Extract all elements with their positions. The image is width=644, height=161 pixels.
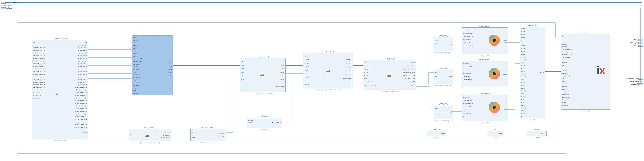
dc-left-pin-2: in_Eq_ref	[364, 68, 369, 70]
ixai-left-pin-5: S_AXIS_FPGA2CPU_03	[33, 55, 45, 57]
ixai-right-pin-11: M_AXIS_ADC_10	[78, 71, 87, 72]
ixai-left-pin-8: S_AXIS_FPGA2CPU_06	[33, 63, 45, 65]
adc-right-pin-5: Vg_c	[169, 74, 172, 76]
adc-left-pin-20: ep_clk	[134, 90, 136, 92]
concat-left-pin-13: In13[0:0]	[522, 65, 526, 66]
block-sysgen_pwm_2[interactable]: sysgen_pwm_2sysgen_pwmclock_clk_enclock_…	[462, 95, 508, 121]
ext-in-label-2: gpi[15:0]	[6, 7, 12, 9]
ixai-right-pin-32: M_AXIS_CPU2FPGA_15	[75, 126, 87, 128]
dc-left-pin-0: in_Ed_ref	[364, 62, 369, 64]
vgs-right-pin-5: out_freq	[280, 79, 284, 80]
block-concat-pwm[interactable]: concat_pwm Concat In0[0:0]In1[0:0]In2[0:…	[520, 27, 545, 118]
vgs-left-pin-0: in_kp_f	[241, 61, 244, 63]
concat-left-pin-28: In28[0:0]	[522, 107, 526, 109]
adc-left-pin-8: adc_gains_0_1_2	[134, 58, 142, 60]
block-c_shift_ram_0[interactable]: c_shift_ram_0RAM-based Shift RegisterD[1…	[434, 37, 453, 51]
block-zero[interactable]: zero Constant dout[0:0]	[487, 131, 504, 136]
axis-bc-in0: S_AXIS	[192, 131, 196, 133]
ixip-left-pin-15: user_iw_id[15:0]	[562, 75, 570, 77]
dc-left-pin-7: in_CLOCK_period[15:0]	[364, 84, 376, 86]
ext-out-pad-3[interactable]	[638, 78, 643, 80]
adc-right-pin-4: Vg_b	[169, 72, 172, 73]
vdq-right-pin-3: out_Eq_ref_axi	[344, 70, 352, 72]
vdq-right-pin-5: ep_local_deadlock	[343, 78, 352, 80]
block-vitis-grid-sync[interactable]: vitis_grid_sync_0 Vitis_grid_sync (Pre-P…	[240, 58, 286, 92]
ixip-left-pin-7: CLOCK_1_timer[15:0]	[562, 54, 572, 56]
ix-axis-interface-subtitle: ix_axis_interface_v1_0	[32, 139, 88, 141]
ixip-left-pin-10: CLOCK_3	[562, 62, 567, 64]
ixai-right-pin-34: nReset_ctrl	[82, 132, 87, 133]
vgs-right-pin-1: out_Igq	[281, 65, 284, 66]
vdq-left-pin-4: in_wTs	[304, 69, 308, 71]
vdq-left-pin-1: in_Iq_ref	[304, 59, 308, 60]
ext-out-pad-0[interactable]	[638, 39, 643, 41]
concat-left-pin-29: In29[0:0]	[522, 110, 526, 112]
concat-left-pin-9: In9[0:0]	[522, 54, 525, 55]
vdq-icon	[325, 69, 330, 73]
concat-left-pin-19: In19[0:0]	[522, 82, 526, 83]
ext-out-pad-4[interactable]	[638, 81, 643, 82]
block-sysgen_pwm_1[interactable]: sysgen_pwm_1sysgen_pwmclock_clk_enclock_…	[462, 61, 508, 87]
ixip-left-pin-11: SBO	[562, 65, 564, 66]
adc-right-pin-1: Ig_b	[170, 63, 172, 65]
ixip-left-pin-23: adc_done_pulse	[562, 96, 570, 98]
block-multiplier[interactable]: Multiplier floating-point S_AXIS_A S_AXI…	[247, 117, 282, 128]
concat-left-pin-11: In11[0:0]	[522, 59, 526, 61]
ixai-right-pin-12: M_AXIS_ADC_11	[78, 74, 87, 75]
ext-in-pad-1[interactable]	[1, 5, 6, 6]
ext-out-pad-5[interactable]	[638, 83, 643, 85]
adc-left-pin-14: adc_offset4	[134, 74, 139, 76]
ixai-left-pin-9: S_AXIS_FPGA2CPU_07	[33, 66, 45, 67]
adc-left-pin-7: adc_in7	[134, 56, 137, 57]
ixip-left-pin-8: CLOCK_1_clk_en	[562, 57, 570, 58]
ext-in-pad-2[interactable]	[1, 8, 6, 9]
ixai-right-pin-33: nReset	[84, 129, 87, 131]
block-c_shift_ram_2[interactable]: c_shift_ram_2RAM-based Shift RegisterD[1…	[434, 105, 453, 119]
block-ts-conversion[interactable]: Ts_conversion_0 Ts_conversion (Pre-Produ…	[129, 129, 171, 141]
uid-sub: Constant	[528, 137, 546, 138]
vdq-right-pin-4: ep_local_block	[344, 74, 352, 76]
vdq-title: vitis_dq_current_ctrl_0	[304, 51, 352, 53]
block-ix-axis-interface[interactable]: ix_axis_interface_0 ix_axis_interface_v1…	[32, 40, 88, 139]
dc-subtitle: Duty_cycles (Pre-Production)	[364, 91, 416, 92]
block-duty-cycles[interactable]: duty_cycles_0 Duty_cycles (Pre-Productio…	[363, 60, 416, 90]
ixai-right-pin-19: M_AXIS_CPU2FPGA_02	[75, 92, 87, 94]
ext-out-pad-2[interactable]	[638, 45, 643, 47]
dc-right-pin-2: out_dutycycle_A_axi_out	[403, 68, 415, 70]
sysgen-pwm-icon	[489, 68, 500, 79]
ixai-right-pin-30: M_AXIS_CPU2FPGA_13	[75, 121, 87, 123]
ixai-left-pin-0: SBO	[33, 42, 35, 43]
ext-in-pad-0[interactable]	[1, 2, 6, 4]
block-c_shift_ram_1[interactable]: c_shift_ram_1RAM-based Shift RegisterD[1…	[434, 70, 453, 84]
vgs-left-pin-2: in_Igb	[241, 68, 244, 70]
uid-title: USER_ID	[528, 128, 546, 130]
ixip-left-pin-16: SBI	[562, 78, 564, 80]
ixai-right-pin-24: M_AXIS_CPU2FPGA_07	[75, 105, 87, 107]
block-user-id[interactable]: USER_ID Constant dout[15:0]	[527, 131, 547, 136]
ixai-right-pin-13: M_AXIS_ADC_12	[78, 76, 87, 78]
adc-left-pin-19: adc_offset7	[134, 87, 139, 89]
ts-conv-icon	[145, 133, 150, 137]
concat-left-pin-30: In30[0:0]	[522, 113, 526, 114]
ixip-left-pin-26: clk_250_mhz	[562, 104, 568, 106]
concat-left-pin-12: In12[0:0]	[522, 62, 526, 64]
block-double-rate[interactable]: DOUBLE_RATE Constant dout[0:0]	[427, 131, 446, 136]
ext-in-label-0: private_in[96:0]	[6, 2, 17, 3]
block-adc[interactable]: adc adc_in0adc_in1adc_in2adc_in3adc_in4a…	[132, 35, 173, 95]
adc-left-pin-2: adc_in2	[134, 42, 137, 44]
block-vitis-dq-current[interactable]: vitis_dq_current_ctrl_0 Vitis_dq_current…	[303, 53, 353, 88]
vgs-right-pin-6: ep_local_block	[278, 82, 284, 84]
dc-right-pin-0: ep_local_block	[408, 62, 415, 64]
block-ixip[interactable]: IXIP_0 IMPERIX_FW DDRFIXED_IOUSRCLOCK_0C…	[561, 34, 610, 110]
block-axis-broadcaster[interactable]: axis_broadcaster_0 AXI4-Stream Broadcast…	[190, 129, 226, 141]
block-sysgen_pwm_0[interactable]: sysgen_pwm_0sysgen_pwmclock_clk_enclock_…	[462, 27, 508, 54]
vgs-left-pin-4: in_Ts	[241, 75, 244, 77]
vdq-left-pin-3: in_Vq_ref	[304, 66, 309, 68]
zero-out: dout[0:0]	[499, 133, 503, 134]
ext-out-pad-1[interactable]	[638, 42, 643, 44]
concat-left-pin-8: In8[0:0]	[522, 51, 525, 52]
ts-conversion-title: Ts_conversion_0	[129, 127, 171, 128]
vgs-left-pin-1: in_fgh	[241, 65, 244, 66]
ixai-right-pin-22: M_AXIS_CPU2FPGA_05	[75, 100, 87, 102]
ixip-left-pin-3: CLOCK_0	[562, 44, 567, 45]
